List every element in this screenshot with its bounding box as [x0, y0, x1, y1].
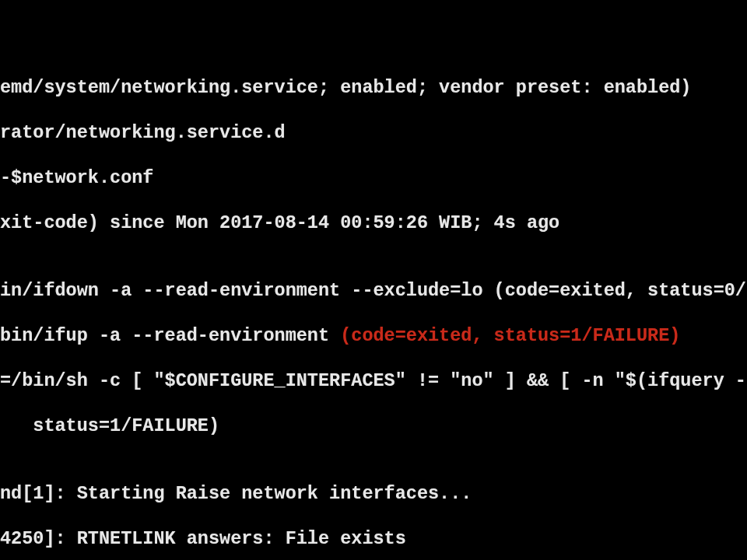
output-line: emd/system/networking.service; enabled; …: [0, 76, 747, 99]
output-line: status=1/FAILURE): [0, 415, 747, 437]
error-text: (code=exited, status=1/FAILURE): [340, 325, 680, 346]
output-line: -$network.conf: [0, 166, 747, 189]
output-line: =/bin/sh -c [ "$CONFIGURE_INTERFACES" !=…: [0, 369, 747, 392]
output-line: rator/networking.service.d: [0, 121, 747, 144]
output-line: bin/ifup -a --read-environment (code=exi…: [0, 324, 747, 347]
terminal-output: emd/system/networking.service; enabled; …: [0, 0, 747, 560]
output-text: bin/ifup -a --read-environment: [0, 325, 340, 346]
output-line: nd[1]: Starting Raise network interfaces…: [0, 482, 747, 505]
output-line: xit-code) since Mon 2017-08-14 00:59:26 …: [0, 212, 747, 234]
output-line: in/ifdown -a --read-environment --exclud…: [0, 279, 747, 302]
output-line: 4250]: RTNETLINK answers: File exists: [0, 527, 747, 550]
